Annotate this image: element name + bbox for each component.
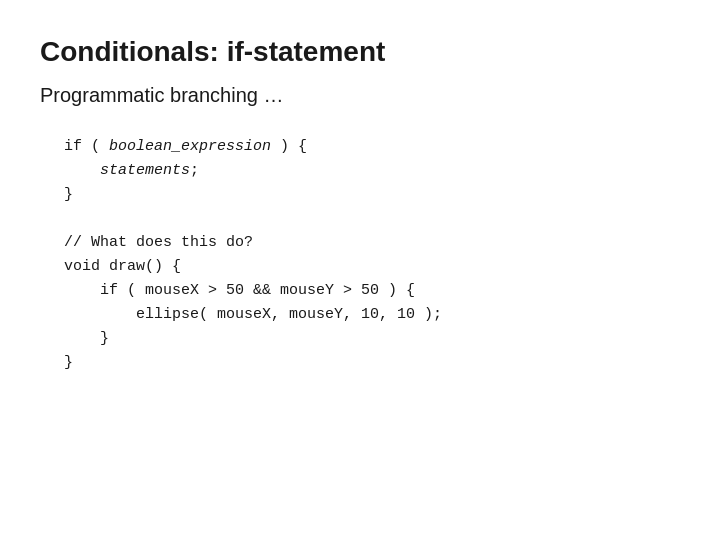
code-line-2-6: } <box>64 351 680 375</box>
code-line-2-3: if ( mouseX > 50 && mouseY > 50 ) { <box>64 279 680 303</box>
subtitle: Programmatic branching … <box>40 84 680 107</box>
code-line-2-1: // What does this do? <box>64 231 680 255</box>
code-line-1-3: } <box>64 183 680 207</box>
code-block-2: // What does this do? void draw() { if (… <box>64 231 680 375</box>
code-block-1: if ( boolean_expression ) { statements; … <box>64 135 680 207</box>
code-line-2-4: ellipse( mouseX, mouseY, 10, 10 ); <box>64 303 680 327</box>
code-line-1-2: statements; <box>64 159 680 183</box>
page-title: Conditionals: if-statement <box>40 36 680 68</box>
code-line-2-5: } <box>64 327 680 351</box>
code-line-1-1: if ( boolean_expression ) { <box>64 135 680 159</box>
code-line-2-2: void draw() { <box>64 255 680 279</box>
